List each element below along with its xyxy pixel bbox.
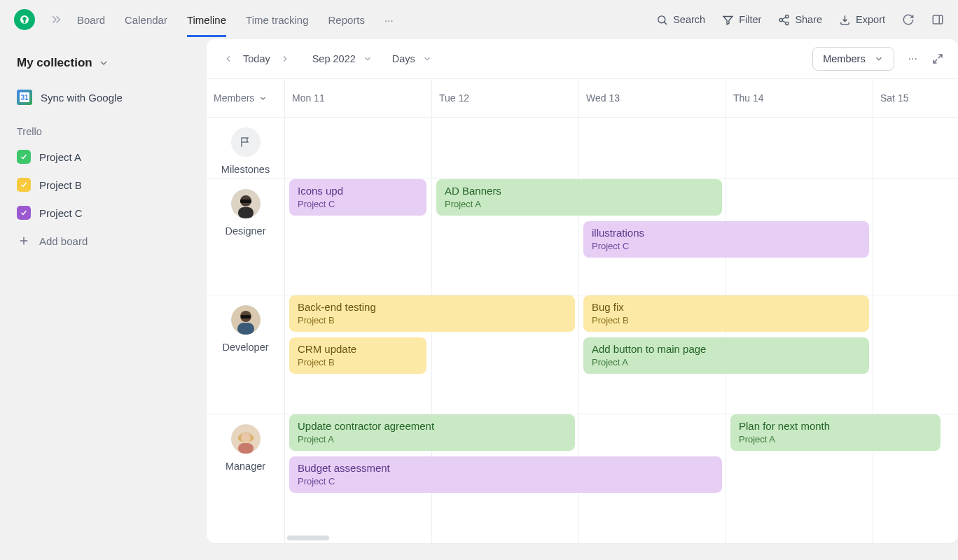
filter-label: Filter [739,14,761,25]
prev-button[interactable] [221,51,236,66]
task-bar[interactable]: Icons upd Project C [289,179,426,216]
sidebar-board-c[interactable]: Project C [17,206,190,220]
task-project: Project B [592,315,861,327]
month-select[interactable]: Sep 2022 [312,53,373,64]
task-bar[interactable]: illustrations Project C [583,221,869,258]
refresh-button[interactable] [902,13,915,26]
filter-button[interactable]: Filter [722,14,761,26]
search-label: Search [673,14,705,25]
board-label: Project B [39,179,82,191]
task-bar[interactable]: CRM update Project B [289,337,426,374]
row-header-selector[interactable]: Members [207,79,285,117]
day-header: Wed 13 [579,79,726,117]
granularity-select[interactable]: Days [392,53,432,64]
view-selector[interactable]: Members [812,47,894,71]
month-label: Sep 2022 [312,53,356,64]
export-icon [839,14,851,26]
tab-timeline[interactable]: Timeline [187,3,226,37]
tab-calendar[interactable]: Calendar [125,3,167,37]
export-button[interactable]: Export [839,14,885,26]
task-bar[interactable]: Back-end testing Project B [289,295,575,332]
topbar: Board Calendar Timeline Time tracking Re… [0,0,958,39]
granularity-label: Days [392,53,415,64]
task-project: Project A [739,434,932,446]
task-project: Project C [298,476,714,488]
row-developer: Developer Back-end testing Project B Bug… [207,295,958,414]
task-bar[interactable]: Bug fix Project B [583,295,869,332]
row-head-developer: Developer [207,295,285,414]
refresh-icon [902,13,915,26]
tab-timetracking[interactable]: Time tracking [246,3,308,37]
add-board-label: Add board [39,235,88,247]
task-title: Budget assessment [298,462,714,475]
task-title: Update contractor agreement [298,420,567,433]
sidebar-collapse-icon[interactable] [50,14,62,25]
timeline-rows: Milestones Designer [207,118,958,543]
google-calendar-icon [17,90,32,105]
row-head-designer: Designer [207,179,285,295]
panel-icon [931,13,944,26]
svg-point-16 [241,433,251,442]
share-button[interactable]: Share [778,14,822,26]
row-designer: Designer Icons upd Project C AD Banners … [207,179,958,295]
expand-button[interactable] [931,52,944,65]
chevron-down-icon [874,54,884,64]
task-project: Project C [592,241,861,253]
tab-board[interactable]: Board [77,3,105,37]
tab-reports[interactable]: Reports [328,3,366,37]
more-button[interactable]: ··· [908,52,917,65]
sync-label: Sync with Google [41,92,123,104]
row-manager: Manager Update contractor agreement Proj… [207,414,958,543]
task-title: Add button to main page [592,343,861,356]
day-header: Mon 11 [285,79,432,117]
timeline-panel: Today Sep 2022 Days Members ··· [207,39,958,543]
sidebar-section-label: Trello [17,126,190,137]
share-icon [778,14,790,26]
svg-point-2 [658,15,665,22]
chevron-down-icon [363,54,373,64]
task-bar[interactable]: AD Banners Project A [436,179,722,216]
search-icon [656,14,668,26]
checkbox-icon[interactable] [17,206,31,220]
avatar [231,189,261,218]
row-head-milestones: Milestones [207,118,285,178]
sidebar-board-a[interactable]: Project A [17,150,190,164]
day-header: Sat 15 [873,79,936,117]
sync-google[interactable]: Sync with Google [17,90,190,105]
sidebar: My collection Sync with Google Trello Pr… [0,39,207,560]
flag-icon [231,127,261,157]
task-bar[interactable]: Add button to main page Project A [583,337,869,374]
checkbox-icon[interactable] [17,150,31,164]
horizontal-scrollbar[interactable] [287,536,329,540]
search-button[interactable]: Search [656,14,705,26]
row-label: Developer [222,342,268,353]
task-title: Back-end testing [298,301,567,314]
svg-rect-9 [238,207,254,218]
app-logo[interactable] [14,9,35,30]
panel-toolbar: Today Sep 2022 Days Members ··· [207,39,958,78]
task-bar[interactable]: Update contractor agreement Project A [289,414,575,451]
svg-rect-1 [24,20,26,24]
today-button[interactable]: Today [243,53,270,64]
collection-selector[interactable]: My collection [17,56,190,70]
task-title: Plan for next month [739,420,932,433]
board-label: Project A [39,151,81,163]
next-button[interactable] [277,51,293,66]
task-project: Project C [298,199,418,211]
svg-rect-13 [237,323,254,335]
svg-point-0 [22,17,26,20]
row-label: Milestones [221,164,270,175]
checkbox-icon[interactable] [17,178,31,192]
panel-toggle-button[interactable] [931,13,944,26]
svg-point-5 [786,22,789,24]
day-header: Thu 14 [726,79,873,117]
collection-title: My collection [17,56,92,70]
row-label: Manager [225,461,265,472]
task-bar[interactable]: Plan for next month Project A [730,414,940,451]
sidebar-board-b[interactable]: Project B [17,178,190,192]
tab-more[interactable]: ··· [384,3,394,37]
svg-rect-10 [240,200,251,203]
add-board-button[interactable]: Add board [17,234,190,248]
task-project: Project B [298,357,418,369]
task-bar[interactable]: Budget assessment Project C [289,456,722,493]
